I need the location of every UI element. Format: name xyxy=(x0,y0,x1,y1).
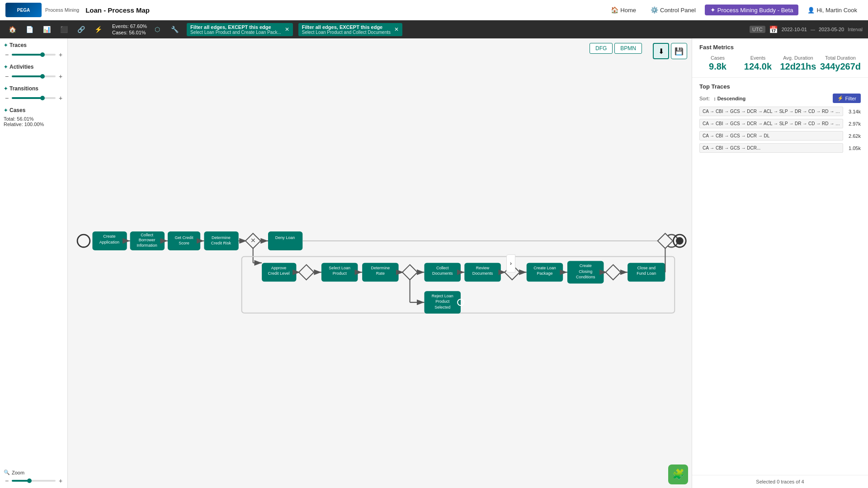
transitions-track[interactable] xyxy=(12,97,56,99)
transitions-title-row: ✦ Transitions xyxy=(4,85,64,92)
zoom-minus[interactable]: − xyxy=(4,477,10,484)
process-mining-buddy-icon[interactable]: 🧩 xyxy=(668,465,688,484)
trace-count-0: 3.14k xyxy=(845,109,861,114)
transitions-minus[interactable]: − xyxy=(4,94,10,102)
zoom-track[interactable] xyxy=(12,480,56,482)
zoom-plus[interactable]: + xyxy=(57,477,64,484)
toolbar-share-icon[interactable]: 🔗 xyxy=(74,23,88,36)
node-dcr-text2: Credit Risk xyxy=(211,241,231,245)
main-layout: ✦ Traces − + ✦ Activities − xyxy=(0,38,868,488)
transitions-thumb[interactable] xyxy=(40,96,45,100)
toolbar-table-icon[interactable]: ⬛ xyxy=(57,23,71,36)
traces-plus[interactable]: + xyxy=(57,51,64,58)
trace-text-2[interactable]: CA → CBI → GCS → DCR → DL xyxy=(699,131,843,141)
activities-plus[interactable]: + xyxy=(57,73,64,80)
pega-logo-text: PEGA xyxy=(17,8,30,13)
toolbar-right: UTC 📅 2022-10-01 — 2023-05-20 Interval xyxy=(750,25,863,34)
traces-label: Traces xyxy=(9,42,27,48)
trace-count-1: 2.97k xyxy=(845,121,861,127)
save-button[interactable]: 💾 xyxy=(671,43,687,59)
user-button[interactable]: 👤 Hi, Martin Cook xyxy=(802,5,863,15)
zoom-thumb[interactable] xyxy=(27,479,32,483)
filter-chip-1: Filter all edges, EXCEPT this edge Selec… xyxy=(187,23,293,36)
traces-icon: ✦ xyxy=(4,42,8,48)
user-label: Hi, Martin Cook xyxy=(816,7,857,14)
node-deny[interactable] xyxy=(268,231,302,250)
trace-text-0[interactable]: CA → CBI → GCS → DCR → ACL → SLP → DR → … xyxy=(699,107,843,116)
traces-fill xyxy=(12,54,42,56)
node-reject-text3: Selected xyxy=(434,305,450,310)
header-nav: 🏠 Home ⚙️ Control Panel ✦ Process Mining… xyxy=(605,5,863,15)
traces-controls: Sort: ↕ Descending ⚡ Filter xyxy=(699,94,861,103)
activities-label: Activities xyxy=(9,64,33,70)
cases-metric-label: Cases xyxy=(699,55,736,61)
trace-text-3[interactable]: CA → CBI → GCS → DCR... xyxy=(699,143,843,153)
toolbar-icon1[interactable]: ⬡ xyxy=(151,23,164,36)
filter1-close[interactable]: ✕ xyxy=(285,26,289,33)
toolbar-filter-icon[interactable]: ⚡ xyxy=(91,23,105,36)
filter2-title: Filter all edges, EXCEPT this edge xyxy=(302,24,391,30)
expand-panel-button[interactable]: › xyxy=(506,254,515,272)
buddy-button[interactable]: ✦ Process Mining Buddy - Beta xyxy=(705,5,799,15)
toolbar-home-icon[interactable]: 🏠 xyxy=(5,23,19,36)
toolbar-action-btns: ⬇ 💾 xyxy=(653,43,687,59)
panel-footer: Selected 0 traces of 4 xyxy=(692,475,868,488)
traces-minus[interactable]: − xyxy=(4,51,10,58)
trace-row-1: CA → CBI → GCS → DCR → ACL → SLP → DR → … xyxy=(699,119,861,128)
zoom-label: Zoom xyxy=(12,470,24,475)
cases-section: ✦ Cases Total: 56.01% Relative: 100.00% xyxy=(4,107,64,127)
node-slp-text1: Select Loan xyxy=(329,266,350,270)
gateway-end[interactable] xyxy=(658,233,673,248)
traces-thumb[interactable] xyxy=(40,52,45,57)
trace-count-3: 1.05k xyxy=(845,145,861,151)
dfg-button[interactable]: DFG xyxy=(590,43,613,54)
cases-label: Cases xyxy=(9,107,25,113)
node-cafl-text2: Fund Loan xyxy=(637,271,656,276)
gateway-3[interactable] xyxy=(402,265,417,280)
activities-thumb[interactable] xyxy=(40,74,45,79)
traces-section: ✦ Traces − + xyxy=(4,42,64,58)
trace-text-1[interactable]: CA → CBI → GCS → DCR → ACL → SLP → DR → … xyxy=(699,119,843,128)
activities-minus[interactable]: − xyxy=(4,73,10,80)
bpmn-button[interactable]: BPMN xyxy=(614,43,642,54)
gateway-5[interactable] xyxy=(606,265,621,280)
cases-metric-value: 9.8k xyxy=(699,61,736,72)
cases-metric: Cases 9.8k xyxy=(699,55,736,72)
transitions-slider[interactable]: − + xyxy=(4,94,64,102)
cases-relative: Relative: 100.00% xyxy=(4,122,64,127)
calendar-icon: 📅 xyxy=(769,25,778,34)
zoom-fill xyxy=(12,480,29,482)
transitions-section: ✦ Transitions − + xyxy=(4,85,64,102)
traces-track[interactable] xyxy=(12,54,56,56)
gateway-1-symbol: ✕ xyxy=(250,237,256,244)
activities-icon: ✦ xyxy=(4,64,8,70)
toolbar-chart-icon[interactable]: 📊 xyxy=(40,23,53,36)
zoom-slider[interactable]: − + xyxy=(4,477,64,484)
date-end: 2023-05-20 xyxy=(819,27,844,32)
node-rd-text1: Review xyxy=(476,266,490,270)
node-reject-text2: Product xyxy=(435,300,450,304)
filter2-close[interactable]: ✕ xyxy=(394,26,399,33)
sort-value[interactable]: ↕ Descending xyxy=(713,96,745,101)
activities-slider[interactable]: − + xyxy=(4,73,64,80)
toolbar-doc-icon[interactable]: 📄 xyxy=(23,23,36,36)
gateway-2[interactable] xyxy=(299,265,314,280)
filter1-subtitle: Select Loan Product and Create Loan Pack… xyxy=(190,30,281,35)
traces-slider[interactable]: − + xyxy=(4,51,64,58)
transitions-icon: ✦ xyxy=(4,86,8,92)
avg-duration-metric: Avg. Duration 12d21hs xyxy=(780,55,816,72)
filter-icon: ⚡ xyxy=(837,95,844,101)
buddy-label: Process Mining Buddy - Beta xyxy=(717,7,793,14)
traces-filter-button[interactable]: ⚡ Filter xyxy=(833,94,861,103)
activities-track[interactable] xyxy=(12,75,56,77)
control-panel-button[interactable]: ⚙️ Control Panel xyxy=(645,5,701,15)
toolbar-icon2[interactable]: 🔧 xyxy=(168,23,181,36)
transitions-plus[interactable]: + xyxy=(57,94,64,102)
home-button[interactable]: 🏠 Home xyxy=(605,5,642,15)
node-deny-text1: Deny Loan xyxy=(275,235,295,240)
download-button[interactable]: ⬇ xyxy=(653,43,669,59)
zoom-label-row: 🔍 Zoom xyxy=(4,469,64,475)
zoom-section: 🔍 Zoom − + xyxy=(4,469,64,484)
canvas-area: DFG BPMN ⬇ 💾 › Create Ap xyxy=(68,38,692,488)
trace-count-2: 2.62k xyxy=(845,133,861,139)
